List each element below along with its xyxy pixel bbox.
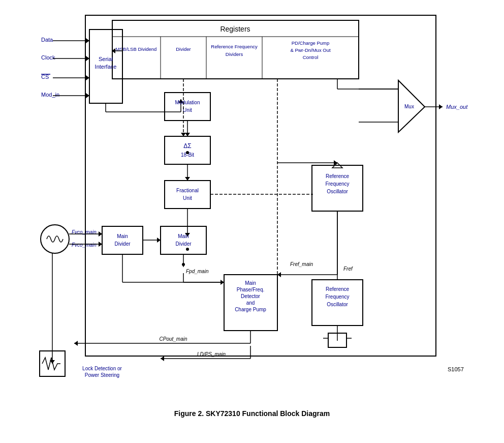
svg-rect-71 [161, 226, 206, 254]
svg-rect-79 [224, 275, 277, 331]
svg-point-46 [186, 151, 189, 154]
svg-marker-48 [185, 177, 190, 181]
svg-text:Fvco_main: Fvco_main [72, 242, 97, 248]
svg-marker-107 [398, 80, 425, 132]
diagram-wrapper: Registers MSB/LSB Dividend Divider Refer… [23, 5, 481, 402]
svg-text:Control: Control [303, 54, 319, 60]
svg-text:Fpd_main: Fpd_main [186, 269, 209, 274]
svg-text:Fvco_main: Fvco_main [72, 229, 97, 235]
svg-marker-29 [86, 93, 89, 98]
svg-text:Fref: Fref [343, 266, 353, 272]
svg-text:Lock Detection or: Lock Detection or [82, 366, 122, 371]
svg-marker-27 [86, 75, 89, 80]
svg-text:Main: Main [245, 280, 256, 286]
svg-text:18-Bit: 18-Bit [181, 152, 194, 158]
svg-text:S1057: S1057 [448, 366, 464, 372]
svg-marker-70 [220, 280, 224, 285]
svg-marker-54 [185, 233, 190, 237]
svg-text:Registers: Registers [220, 25, 250, 33]
svg-text:CPout_main: CPout_main [159, 336, 187, 342]
svg-marker-35 [178, 99, 183, 103]
svg-marker-106 [334, 160, 337, 165]
svg-text:Divider: Divider [114, 241, 131, 247]
svg-marker-62 [99, 242, 102, 247]
figure-caption: Figure 2. SKY72310 Functional Block Diag… [174, 409, 330, 418]
svg-marker-67 [157, 238, 161, 243]
svg-text:Main: Main [117, 233, 128, 239]
svg-text:Reference: Reference [326, 173, 350, 179]
svg-rect-14 [89, 29, 122, 103]
svg-text:Detector: Detector [241, 293, 260, 299]
svg-text:Interface: Interface [95, 64, 117, 70]
svg-text:Charge Pump: Charge Pump [235, 307, 266, 312]
svg-text:Mux_out: Mux_out [446, 104, 468, 110]
svg-text:Unit: Unit [183, 107, 192, 113]
diagram-svg: Registers MSB/LSB Dividend Divider Refer… [23, 5, 481, 402]
svg-text:Frequency: Frequency [325, 181, 349, 187]
svg-rect-63 [102, 226, 143, 254]
svg-text:Data: Data [41, 37, 53, 43]
page-container: Registers MSB/LSB Dividend Divider Refer… [0, 0, 504, 443]
svg-text:Unit: Unit [183, 195, 192, 201]
svg-rect-36 [165, 93, 210, 121]
svg-text:Power Steering: Power Steering [85, 372, 119, 378]
svg-marker-25 [86, 56, 89, 61]
svg-text:Serial: Serial [99, 56, 113, 62]
svg-marker-94 [277, 272, 281, 277]
svg-text:Frequency: Frequency [325, 294, 349, 300]
svg-rect-86 [312, 165, 363, 211]
svg-text:Dividers: Dividers [226, 51, 243, 57]
svg-rect-96 [312, 280, 363, 326]
svg-marker-90 [332, 163, 342, 168]
svg-text:Clock: Clock [41, 54, 55, 61]
svg-text:Fractional: Fractional [176, 188, 199, 193]
svg-point-75 [182, 263, 185, 266]
svg-text:CS: CS [41, 74, 49, 80]
svg-point-56 [41, 225, 69, 253]
svg-text:Reference: Reference [326, 286, 350, 292]
svg-text:Main: Main [178, 233, 189, 239]
svg-text:Fref_main: Fref_main [290, 261, 313, 267]
svg-point-55 [186, 248, 189, 251]
svg-marker-23 [86, 38, 89, 43]
svg-text:Divider: Divider [176, 46, 191, 52]
svg-rect-1 [112, 20, 359, 79]
svg-rect-41 [165, 136, 210, 164]
svg-rect-0 [85, 15, 436, 356]
svg-rect-49 [165, 181, 210, 209]
svg-marker-114 [439, 104, 443, 109]
svg-text:ΔΣ: ΔΣ [183, 142, 191, 150]
svg-text:Modulation: Modulation [175, 100, 200, 105]
svg-text:Reference Frequency: Reference Frequency [211, 44, 258, 49]
svg-text:& Pwr-Dn/Mux Out: & Pwr-Dn/Mux Out [290, 47, 331, 53]
svg-marker-31 [112, 48, 115, 53]
svg-rect-101 [328, 333, 346, 347]
svg-marker-118 [74, 341, 78, 346]
svg-marker-128 [50, 360, 55, 364]
svg-marker-45 [181, 133, 186, 136]
svg-text:Divider: Divider [175, 241, 192, 247]
svg-text:PD/Charge Pump: PD/Charge Pump [292, 40, 329, 46]
svg-marker-40 [185, 133, 190, 136]
svg-text:Mod_in: Mod_in [41, 92, 59, 98]
svg-text:Oscillator: Oscillator [327, 189, 348, 194]
svg-marker-60 [99, 231, 102, 237]
figure-title: Figure 2. SKY72310 Functional Block Diag… [174, 409, 330, 418]
svg-rect-126 [40, 351, 65, 376]
svg-marker-122 [161, 356, 164, 361]
svg-text:and: and [246, 300, 255, 306]
svg-text:Oscillator: Oscillator [327, 302, 348, 307]
svg-text:MSB/LSB Dividend: MSB/LSB Dividend [116, 46, 157, 52]
svg-text:Mux: Mux [404, 104, 414, 109]
svg-text:LD/PS_main: LD/PS_main [197, 351, 226, 357]
svg-text:Phase/Freq.: Phase/Freq. [237, 287, 264, 292]
